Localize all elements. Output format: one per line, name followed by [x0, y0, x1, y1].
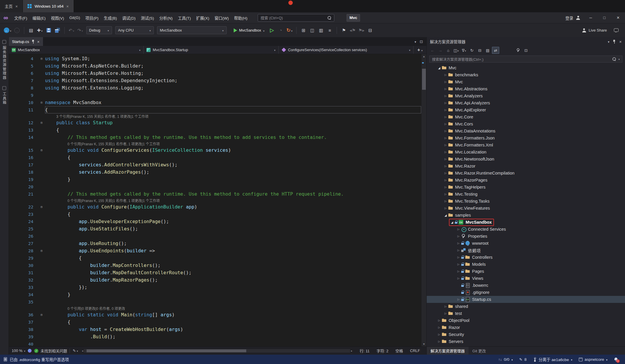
tree-item-依赖项[interactable]: ▷依赖项 [427, 247, 625, 254]
add-view-button[interactable] [414, 46, 426, 54]
line-number[interactable]: 27 [9, 241, 38, 246]
tree-item-Properties[interactable]: ▷Properties [427, 233, 625, 240]
code-line-24[interactable]: 24 app.UseDeveloperExceptionPage(); [9, 218, 421, 225]
save-button[interactable] [45, 26, 53, 35]
pending-changes-filter-button[interactable]: ∇ [460, 47, 468, 54]
line-number[interactable]: 22 [9, 205, 38, 209]
expand-arrow-icon[interactable]: ▷ [443, 123, 448, 125]
line-number[interactable]: 30 [9, 263, 38, 268]
previous-bookmark-button[interactable]: ◂⚑ [349, 26, 357, 35]
code-line-13[interactable]: 13 { [9, 126, 421, 134]
tree-item-Startup.cs[interactable]: ▷Startup.cs [427, 296, 625, 303]
line-number[interactable]: 16 [9, 155, 38, 160]
line-number[interactable]: 37 [9, 320, 38, 325]
tree-item-wwwroot[interactable]: ▷wwwroot [427, 240, 625, 247]
expand-arrow-icon[interactable]: ▷ [443, 130, 448, 132]
tree-item-shared[interactable]: ▷shared [427, 303, 625, 310]
maximize-button[interactable] [598, 12, 611, 23]
expand-arrow-icon[interactable]: ▷ [443, 144, 448, 146]
vm-tab-windows10[interactable]: Windows 10 x64 [23, 0, 74, 12]
line-number[interactable]: 26 [9, 234, 38, 239]
collapse-arrow-icon[interactable]: ◢ [443, 214, 448, 217]
close-button[interactable] [611, 12, 625, 23]
tree-item-Mvc.ApiExplorer[interactable]: ▷Mvc.ApiExplorer [427, 106, 625, 113]
line-number[interactable]: 11 [9, 108, 38, 112]
expand-arrow-icon[interactable]: ▷ [443, 305, 448, 308]
line-number[interactable]: 14 [9, 135, 38, 140]
solution-platform-dropdown[interactable]: Any CPU [115, 26, 154, 34]
toggle-bookmark-button[interactable]: ⚑ [340, 26, 348, 35]
tree-item-Mvc.NewtonsoftJson[interactable]: ▷Mvc.NewtonsoftJson [427, 156, 625, 163]
intellicode-icon[interactable] [28, 349, 32, 353]
expand-arrow-icon[interactable]: ▷ [443, 80, 448, 83]
scroll-up-icon[interactable] [421, 54, 426, 59]
navigate-forward-button[interactable]: → [437, 47, 444, 54]
line-number[interactable]: 25 [9, 227, 38, 231]
redo-button[interactable]: ↷ [76, 26, 84, 35]
expand-arrow-icon[interactable]: ▷ [443, 115, 448, 118]
properties-button[interactable] [514, 47, 522, 54]
line-ending-indicator[interactable]: CRLF [407, 349, 423, 353]
menu-item-6[interactable]: 调试(D) [120, 12, 138, 23]
expand-arrow-icon[interactable]: ▷ [443, 108, 448, 111]
code-line-33[interactable]: 33 }); [9, 284, 421, 291]
tab-git-changes[interactable]: Git 更改 [469, 347, 490, 355]
fold-collapse-icon[interactable]: ⊟ [38, 249, 45, 252]
code-line-30[interactable]: 30 builder.MapControllers(); [9, 262, 421, 269]
expand-arrow-icon[interactable]: ▷ [443, 186, 448, 189]
codelens-indicator[interactable]: 3 个引用|Pranav K, 155 天前|1 名作者, 1 项更改|1 个工… [9, 113, 421, 119]
code-line-32[interactable]: 32 builder.MapRazorPages(); [9, 276, 421, 284]
collapse-arrow-icon[interactable]: ◢ [450, 221, 454, 224]
send-feedback-button[interactable] [610, 28, 622, 33]
menu-item-12[interactable]: 帮助(H) [231, 12, 250, 23]
tree-item-Controllers[interactable]: ▷Controllers [427, 254, 625, 261]
code-line-18[interactable]: 18 services.AddRazorPages(); [9, 168, 421, 176]
line-number[interactable]: 28 [9, 249, 38, 253]
menu-item-10[interactable]: 扩展(X) [193, 12, 212, 23]
unsaved-edits-indicator[interactable]: 8 [516, 357, 530, 362]
line-number[interactable]: 31 [9, 270, 38, 275]
tree-item-Mvc.TagHelpers[interactable]: ▷Mvc.TagHelpers [427, 184, 625, 191]
line-number[interactable]: 34 [9, 292, 38, 297]
menu-item-9[interactable]: 工具(T) [175, 12, 193, 23]
tree-item-Mvc.Testing[interactable]: ▷Mvc.Testing [427, 191, 625, 198]
switch-views-button[interactable]: ◫ [452, 47, 460, 54]
expand-arrow-icon[interactable]: ▷ [437, 340, 442, 343]
git-repo-button[interactable]: aspnetcore [576, 357, 611, 362]
code-line-11[interactable]: 11{ [9, 106, 421, 113]
live-share-button[interactable]: Live Share [578, 28, 610, 32]
scrollbar-thumb[interactable] [422, 69, 426, 90]
code-line-16[interactable]: 16 { [9, 154, 421, 161]
code-line-35[interactable]: 35 [9, 298, 421, 306]
home-button[interactable]: ⌂ [445, 47, 452, 54]
notifications-button[interactable]: 1 [611, 357, 621, 362]
hot-reload-button[interactable] [285, 26, 293, 35]
type-dropdown[interactable]: MvcSandbox.Startup [144, 46, 278, 54]
start-debugging-button[interactable]: MvcSandbox [231, 26, 267, 34]
startup-project-dropdown[interactable]: MvcSandbox [157, 26, 227, 34]
pin-icon[interactable] [32, 40, 35, 44]
menu-item-2[interactable]: 视图(V) [48, 12, 67, 23]
code-line-27[interactable]: 27 app.UseRouting(); [9, 240, 421, 247]
expand-arrow-icon[interactable]: ▷ [443, 94, 448, 97]
menu-item-1[interactable]: 编辑(E) [30, 12, 48, 23]
close-icon[interactable] [15, 4, 18, 8]
solution-badge[interactable]: Mvc [347, 14, 360, 22]
quick-search-input[interactable]: 搜索 (Ctrl+Q) [258, 14, 334, 22]
code-line-5[interactable]: 5using Microsoft.AspNetCore.Builder; [9, 62, 421, 70]
line-number[interactable]: 40 [9, 342, 38, 346]
expand-arrow-icon[interactable]: ▷ [456, 249, 461, 252]
git-sync-button[interactable]: 0/0 [495, 357, 516, 362]
fold-collapse-icon[interactable]: ⊟ [38, 205, 45, 208]
tree-item-Mvc.Testing.Tasks[interactable]: ▷Mvc.Testing.Tasks [427, 198, 625, 205]
expand-arrow-icon[interactable]: ▷ [456, 277, 461, 280]
scroll-down-icon[interactable] [421, 342, 426, 346]
codelens-indicator[interactable]: 0 个引用|Pranav K, 155 天前|1 名作者, 1 项更改|1 个工… [9, 141, 421, 146]
tree-item-MvcSandbox[interactable]: ◢MvcSandbox [427, 219, 625, 226]
fold-collapse-icon[interactable]: ⊟ [38, 57, 45, 60]
new-project-button[interactable]: ▤ [27, 26, 35, 35]
code-line-34[interactable]: 34 } [9, 291, 421, 298]
code-line-25[interactable]: 25 app.UseStaticFiles(); [9, 225, 421, 232]
menu-item-7[interactable]: 测试(S) [138, 12, 156, 23]
code-line-20[interactable]: 20 [9, 183, 421, 190]
